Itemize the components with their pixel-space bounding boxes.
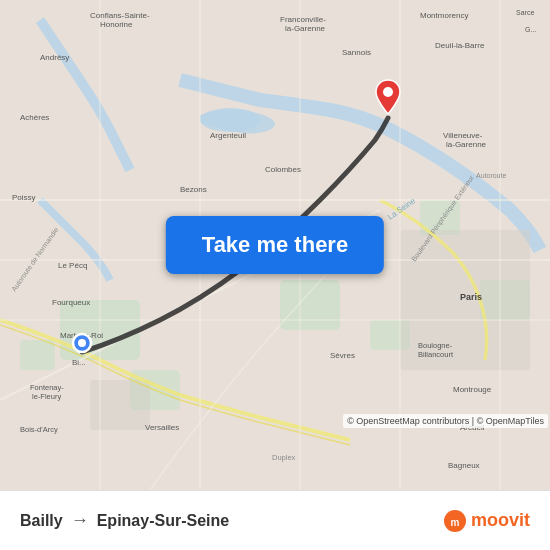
svg-text:Franconville-: Franconville- xyxy=(280,15,326,24)
footer-route-info: Bailly → Epinay-Sur-Seine xyxy=(20,510,229,531)
svg-text:Bois-d'Arcy: Bois-d'Arcy xyxy=(20,425,58,434)
svg-text:Fontenay-: Fontenay- xyxy=(30,383,64,392)
footer: Bailly → Epinay-Sur-Seine m moovit xyxy=(0,490,550,550)
svg-rect-3 xyxy=(280,280,340,330)
svg-text:Colombes: Colombes xyxy=(265,165,301,174)
destination-pin xyxy=(374,78,402,120)
svg-text:Deuil-la-Barre: Deuil-la-Barre xyxy=(435,41,485,50)
map-container: Conflans-Sainte- Honorine Andrésy Achère… xyxy=(0,0,550,490)
svg-text:Sèvres: Sèvres xyxy=(330,351,355,360)
svg-text:Autoroute: Autoroute xyxy=(476,172,506,179)
svg-text:Sannois: Sannois xyxy=(342,48,371,57)
svg-text:Honorine: Honorine xyxy=(100,20,133,29)
svg-text:Poissy: Poissy xyxy=(12,193,36,202)
svg-text:Paris: Paris xyxy=(460,292,482,302)
svg-text:Boulogne-: Boulogne- xyxy=(418,341,453,350)
svg-text:Le Pécq: Le Pécq xyxy=(58,261,87,270)
origin-pin xyxy=(71,332,93,358)
svg-text:Sarce: Sarce xyxy=(516,9,534,16)
svg-text:Bagneux: Bagneux xyxy=(448,461,480,470)
moovit-logo: m moovit xyxy=(443,509,530,533)
svg-text:Billancourt: Billancourt xyxy=(418,350,454,359)
footer-arrow-icon: → xyxy=(71,510,89,531)
svg-text:Andrésy: Andrésy xyxy=(40,53,69,62)
svg-text:le-Fleury: le-Fleury xyxy=(32,392,61,401)
svg-text:Conflans-Sainte-: Conflans-Sainte- xyxy=(90,11,150,20)
svg-text:Villeneuve-: Villeneuve- xyxy=(443,131,483,140)
svg-text:Bezons: Bezons xyxy=(180,185,207,194)
map-attribution: © OpenStreetMap contributors | © OpenMap… xyxy=(343,414,548,428)
moovit-icon: m xyxy=(443,509,467,533)
svg-text:la-Garenne: la-Garenne xyxy=(446,140,487,149)
take-me-there-button[interactable]: Take me there xyxy=(166,216,384,274)
svg-text:Versailles: Versailles xyxy=(145,423,179,432)
svg-text:Bi...: Bi... xyxy=(72,358,86,367)
svg-text:Achères: Achères xyxy=(20,113,49,122)
svg-point-59 xyxy=(383,87,393,97)
footer-destination: Epinay-Sur-Seine xyxy=(97,512,229,530)
svg-text:Argenteuil: Argenteuil xyxy=(210,131,246,140)
footer-origin: Bailly xyxy=(20,512,63,530)
svg-text:Montmorency: Montmorency xyxy=(420,11,468,20)
moovit-logo-text: moovit xyxy=(471,510,530,531)
svg-text:Fourqueux: Fourqueux xyxy=(52,298,90,307)
svg-text:G...: G... xyxy=(525,26,536,33)
svg-rect-6 xyxy=(20,340,55,370)
svg-text:Duplex: Duplex xyxy=(272,453,296,462)
svg-text:Montrouge: Montrouge xyxy=(453,385,492,394)
svg-text:la-Garenne: la-Garenne xyxy=(285,24,326,33)
svg-text:m: m xyxy=(451,517,460,528)
svg-rect-10 xyxy=(90,380,150,430)
svg-point-58 xyxy=(78,339,86,347)
